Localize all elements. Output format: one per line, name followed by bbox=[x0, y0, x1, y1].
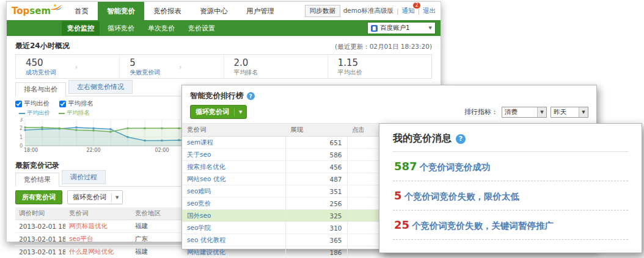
message-failed-paused[interactable]: 25个竞价词竞价失败，关键词暂停推广 bbox=[393, 210, 628, 240]
separator: | bbox=[397, 7, 399, 15]
svg-text:02:00: 02:00 bbox=[155, 148, 169, 153]
chevron-down-icon: ▼ bbox=[429, 26, 432, 30]
impressions-cell: 586 bbox=[285, 149, 347, 161]
impressions-cell: 186 bbox=[285, 246, 347, 258]
bid-messages-panel: 我的竞价消息 ? 587个竞价词竞价成功 5个竞价词竞价失败，限价太低 25个竞… bbox=[379, 123, 642, 253]
avg-rank-checkbox[interactable] bbox=[59, 101, 66, 107]
impressions-cell: 325 bbox=[285, 210, 347, 222]
chevron-down-icon: ▼ bbox=[234, 108, 246, 116]
sync-data-button[interactable]: 同步数据 bbox=[305, 5, 340, 17]
svg-text:1: 1 bbox=[20, 135, 23, 140]
stat-failed-words[interactable]: 5 失败竞价词 › bbox=[119, 55, 223, 78]
keyword-link[interactable]: sem课程 bbox=[182, 137, 285, 149]
legend-avg-rank: 平均排名 bbox=[59, 109, 90, 117]
stat-success-words[interactable]: 450 成功竞价词 › bbox=[16, 55, 119, 78]
impressions-cell: 651 bbox=[285, 137, 347, 149]
impressions-cell: 365 bbox=[285, 234, 347, 246]
tab-bid-result[interactable]: 竞价结果 bbox=[15, 173, 59, 187]
keyword-link[interactable]: 网站seo 优化 bbox=[182, 173, 285, 185]
help-icon[interactable]: ? bbox=[247, 92, 255, 100]
keyword-link[interactable]: 什么是网站优化 bbox=[65, 246, 131, 258]
metric-label: 排行指标： bbox=[464, 107, 498, 116]
logo-text-top: Top bbox=[12, 5, 29, 16]
keyword-link[interactable]: seo 优化教程 bbox=[182, 234, 285, 246]
keyword-link[interactable]: 搜索排名优化 bbox=[182, 161, 285, 173]
stat-avg-price: 1.15 平均出价 bbox=[327, 55, 431, 78]
keyword-link[interactable]: 关于seo bbox=[182, 149, 285, 161]
tab-adjust-process[interactable]: 调价过程 bbox=[62, 170, 106, 184]
keyword-link[interactable]: 国外seo bbox=[182, 210, 285, 222]
svg-text:3: 3 bbox=[20, 118, 23, 123]
svg-text:0: 0 bbox=[20, 143, 23, 149]
stat-avg-rank: 2.0 平均排名 bbox=[224, 55, 327, 78]
impressions-cell: 256 bbox=[285, 198, 347, 210]
col-adjust-time: 调价时间 bbox=[15, 207, 65, 220]
tab-rank-and-price[interactable]: 排名与出价 bbox=[15, 82, 66, 96]
notice-link[interactable]: 通知2 bbox=[401, 7, 414, 15]
subnav-loop-bid[interactable]: 循环竞价 bbox=[102, 21, 140, 35]
chevron-down-icon: ▼ bbox=[111, 193, 122, 202]
overview-title: 最近24小时概况 bbox=[15, 41, 70, 51]
messages-title: 我的竞价消息 bbox=[393, 132, 452, 145]
keyword-link[interactable]: seo学院 bbox=[182, 222, 285, 234]
subnav-bid-monitor[interactable]: 竞价监控 bbox=[62, 21, 100, 35]
nav-resource-center[interactable]: 资源中心 bbox=[191, 2, 237, 20]
topsem-logo[interactable]: Topsem bbox=[7, 2, 65, 20]
keyword-link[interactable]: 网站建设优化 bbox=[182, 246, 285, 258]
tab-left-right-bidding[interactable]: 左右侧竞价情况 bbox=[68, 80, 133, 94]
nav-user-management[interactable]: 用户管理 bbox=[237, 2, 284, 20]
top-bar-right: 同步数据 demo标准高级版 | 通知2 | 退出 bbox=[305, 2, 441, 20]
impressions-cell: 351 bbox=[285, 185, 347, 198]
loop-bid-words-dropdown[interactable]: 循环竞价词 ▼ bbox=[190, 105, 247, 119]
baidu-account-icon bbox=[371, 25, 378, 32]
account-selector[interactable]: 百度账户1 ▼ bbox=[367, 22, 436, 34]
chevron-down-icon: ▼ bbox=[537, 107, 546, 117]
keyword-link[interactable]: seo难吗 bbox=[182, 185, 285, 198]
svg-text:22:00: 22:00 bbox=[86, 148, 100, 153]
failed-count: 5 bbox=[394, 189, 402, 202]
stats-row: 450 成功竞价词 › 5 失败竞价词 › 2.0 平均排名 1.15 平均出价 bbox=[15, 54, 432, 79]
nav-home[interactable]: 首页 bbox=[65, 2, 98, 20]
keyword-link[interactable]: seo竞价 bbox=[182, 198, 285, 210]
chevron-down-icon: ▼ bbox=[579, 107, 588, 117]
svg-text:2: 2 bbox=[20, 126, 23, 131]
last-updated-text: (最近更新：02月01日 18:23:20) bbox=[335, 43, 432, 51]
keyword-link[interactable]: seo平台 bbox=[65, 233, 131, 246]
col-bid-word: 竞价词 bbox=[182, 124, 285, 137]
subnav-single-bid[interactable]: 单次竞价 bbox=[142, 21, 180, 35]
period-select[interactable]: 昨天 ▼ bbox=[551, 107, 588, 118]
message-failed-low-limit[interactable]: 5个竞价词竞价失败，限价太低 bbox=[393, 181, 628, 210]
logo-swoosh-icon bbox=[49, 4, 64, 12]
chevron-right-icon: › bbox=[179, 62, 182, 71]
svg-text:18:00: 18:00 bbox=[24, 148, 38, 153]
checkbox-avg-rank[interactable]: 平均排名 bbox=[59, 99, 93, 108]
avg-price-checkbox[interactable] bbox=[15, 101, 22, 107]
impressions-cell: 456 bbox=[285, 161, 347, 173]
subnav-bid-setting[interactable]: 竞价设置 bbox=[183, 21, 221, 35]
sub-nav-bar: 竞价监控 循环竞价 单次竞价 竞价设置 百度账户1 ▼ bbox=[7, 20, 441, 36]
failed-count: 25 bbox=[394, 218, 409, 231]
success-count: 587 bbox=[394, 160, 417, 173]
keyword-link[interactable]: 网页标题优化 bbox=[65, 220, 131, 233]
loop-bid-words-dropdown[interactable]: 循环竞价词 ▼ bbox=[67, 190, 123, 204]
metric-select[interactable]: 消费 ▼ bbox=[502, 107, 547, 118]
all-bid-words-button[interactable]: 所有竞价词 bbox=[15, 190, 62, 204]
message-success[interactable]: 587个竞价词竞价成功 bbox=[393, 152, 628, 181]
ranking-toolbar: 循环竞价词 ▼ 排行指标： 消费 ▼ 昨天 ▼ bbox=[182, 104, 596, 123]
checkbox-avg-price[interactable]: 平均出价 bbox=[15, 99, 49, 108]
ranking-title: 智能竞价排行榜 bbox=[190, 91, 244, 101]
col-impressions: 展现 bbox=[285, 124, 347, 137]
col-bid-word: 竞价词 bbox=[65, 207, 131, 220]
nav-bid-report[interactable]: 竞价报表 bbox=[144, 2, 191, 20]
account-name: 百度账户1 bbox=[380, 24, 410, 32]
nav-smart-bid[interactable]: 智能竞价 bbox=[98, 2, 144, 20]
impressions-cell: 487 bbox=[285, 173, 347, 185]
impressions-cell: 310 bbox=[285, 222, 347, 234]
logo-text-sem: sem bbox=[29, 5, 51, 16]
col-bid-region: 竞价地区 bbox=[131, 207, 188, 220]
version-label: demo标准高级版 bbox=[343, 7, 393, 15]
help-icon[interactable]: ? bbox=[456, 134, 466, 144]
top-bar: Topsem 首页 智能竞价 竞价报表 资源中心 用户管理 同步数据 demo标… bbox=[7, 2, 441, 20]
logout-link[interactable]: 退出 bbox=[423, 7, 436, 15]
main-nav: 首页 智能竞价 竞价报表 资源中心 用户管理 bbox=[65, 2, 284, 20]
